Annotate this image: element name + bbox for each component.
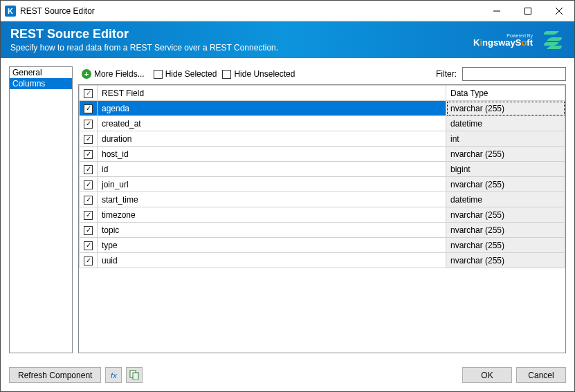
app-icon: K [5,6,16,17]
hide-selected-checkbox[interactable]: Hide Selected [154,69,217,79]
cell-field[interactable]: id [98,162,446,177]
svg-rect-5 [133,373,138,380]
page-subtitle: Specify how to read data from a REST Ser… [10,43,473,53]
cell-field[interactable]: start_time [98,192,446,207]
cell-type[interactable]: int [446,131,565,147]
table-row[interactable]: ✓agendanvarchar (255) [80,101,565,116]
cell-field[interactable]: timezone [98,207,446,223]
table-row[interactable]: ✓topicnvarchar (255) [80,223,565,238]
table-row[interactable]: ✓timezonenvarchar (255) [80,207,565,223]
cell-type[interactable]: nvarchar (255) [446,223,565,238]
header-check-all[interactable]: ✓ [80,86,98,101]
cell-type[interactable]: nvarchar (255) [446,238,565,253]
cell-field[interactable]: join_url [98,177,446,192]
product-logo-icon [541,28,565,52]
ok-button[interactable]: OK [462,367,512,383]
main-panel: + More Fields... Hide Selected Hide Unse… [78,66,566,353]
titlebar: K REST Source Editor [1,1,574,21]
table-header-row: ✓ REST Field Data Type [80,86,565,101]
filter-label: Filter: [436,69,457,79]
documentation-button[interactable] [126,367,143,383]
page-title: REST Source Editor [10,27,473,41]
maximize-icon [524,8,531,15]
row-checkbox[interactable]: ✓ [80,177,98,192]
sidebar-item-general[interactable]: General [10,67,72,78]
grid: ✓ REST Field Data Type ✓agendanvarchar (… [78,84,566,353]
row-checkbox[interactable]: ✓ [80,207,98,223]
table-row[interactable]: ✓start_timedatetime [80,192,565,207]
header-banner: REST Source Editor Specify how to read d… [1,21,574,58]
content: GeneralColumns + More Fields... Hide Sel… [1,58,574,362]
cell-field[interactable]: duration [98,131,446,147]
row-checkbox[interactable]: ✓ [80,253,98,268]
table-row[interactable]: ✓typenvarchar (255) [80,238,565,253]
window-controls [481,1,574,21]
close-icon [556,8,563,15]
checkbox-icon [222,70,231,79]
footer: Refresh Component fx OK Cancel [1,362,574,391]
cell-type[interactable]: datetime [446,116,565,131]
cell-field[interactable]: agenda [98,101,446,116]
header-type[interactable]: Data Type [446,86,565,101]
cell-field[interactable]: topic [98,223,446,238]
cell-type[interactable]: nvarchar (255) [446,147,565,162]
hide-unselected-label: Hide Unselected [234,69,295,79]
sidebar-item-columns[interactable]: Columns [10,78,72,89]
row-checkbox[interactable]: ✓ [80,223,98,238]
close-button[interactable] [543,1,574,21]
header-field[interactable]: REST Field [98,86,446,101]
table-row[interactable]: ✓join_urlnvarchar (255) [80,177,565,192]
cancel-button[interactable]: Cancel [516,367,566,383]
cell-type[interactable]: nvarchar (255) [446,177,565,192]
cell-type[interactable]: datetime [446,192,565,207]
maximize-button[interactable] [512,1,543,21]
header-logos: Powered By KingswaySoft [473,28,565,52]
grid-empty-area [79,268,565,353]
row-checkbox[interactable]: ✓ [80,238,98,253]
cell-type[interactable]: nvarchar (255) [446,253,565,268]
minimize-icon [493,8,500,15]
checkbox-icon [154,70,163,79]
sidebar: GeneralColumns [9,66,73,353]
toolbar: + More Fields... Hide Selected Hide Unse… [78,66,566,82]
expression-button[interactable]: fx [105,367,122,383]
doc-icon [129,370,139,381]
more-fields-label: More Fields... [94,69,145,79]
cell-field[interactable]: type [98,238,446,253]
cell-field[interactable]: uuid [98,253,446,268]
plus-icon: + [82,69,91,79]
table-row[interactable]: ✓uuidnvarchar (255) [80,253,565,268]
header-text: REST Source Editor Specify how to read d… [10,27,473,53]
cell-type[interactable]: nvarchar (255) [446,207,565,223]
hide-unselected-checkbox[interactable]: Hide Unselected [222,69,295,79]
fx-icon: fx [111,371,117,380]
cell-field[interactable]: created_at [98,116,446,131]
row-checkbox[interactable]: ✓ [80,162,98,177]
table-row[interactable]: ✓created_atdatetime [80,116,565,131]
cell-type[interactable]: nvarchar (255) [446,101,565,116]
hide-selected-label: Hide Selected [165,69,217,79]
row-checkbox[interactable]: ✓ [80,147,98,162]
row-checkbox[interactable]: ✓ [80,101,98,116]
row-checkbox[interactable]: ✓ [80,131,98,147]
cell-type[interactable]: bigint [446,162,565,177]
window: K REST Source Editor REST Source Editor … [0,0,575,392]
kingswaysoft-logo: Powered By KingswaySoft [473,33,533,47]
table-row[interactable]: ✓durationint [80,131,565,147]
row-checkbox[interactable]: ✓ [80,192,98,207]
cell-field[interactable]: host_id [98,147,446,162]
svg-rect-1 [524,8,531,14]
table-row[interactable]: ✓idbigint [80,162,565,177]
more-fields-button[interactable]: + More Fields... [78,68,148,80]
row-checkbox[interactable]: ✓ [80,116,98,131]
filter-input[interactable] [462,67,566,81]
columns-table: ✓ REST Field Data Type ✓agendanvarchar (… [79,85,565,268]
table-row[interactable]: ✓host_idnvarchar (255) [80,147,565,162]
minimize-button[interactable] [481,1,512,21]
refresh-component-button[interactable]: Refresh Component [9,367,101,383]
window-title: REST Source Editor [20,6,481,16]
